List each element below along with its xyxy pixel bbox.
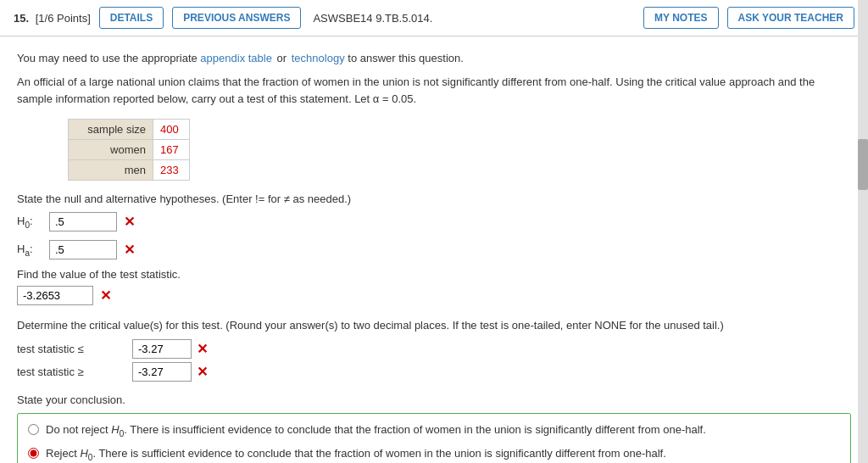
conclusion-option-2: Reject H0. There is sufficient evidence … [28,446,840,463]
appendix-link[interactable]: appendix table [200,52,272,64]
critical-less-input[interactable] [132,339,192,359]
conclusion-radio-1[interactable] [28,424,39,435]
table-row-women: women 167 [69,140,190,160]
h0-wrong-icon: ✕ [124,214,135,230]
critical-less-wrong-icon: ✕ [197,341,208,357]
question-number: 15. [1/6 Points] [14,12,91,25]
h0-input[interactable] [49,212,117,232]
technology-link[interactable]: technology [292,52,345,64]
main-content: You may need to use the appropriate appe… [0,36,868,463]
scrollbar[interactable] [858,0,868,463]
conclusion-radio-2[interactable] [28,448,39,459]
critical-less-row: test statistic ≤ ✕ [17,339,851,359]
table-row-men: men 233 [69,160,190,181]
table-label-sample-size: sample size [69,120,153,140]
data-table: sample size 400 women 167 men 233 [68,119,190,181]
table-row-sample-size: sample size 400 [69,120,190,140]
table-value-men: 233 [153,160,190,181]
h0-row: H0: ✕ [17,212,851,232]
conclusion-instruction: State your conclusion. [17,393,851,406]
test-statistic-input[interactable] [17,286,93,305]
critical-values-instruction: Determine the critical value(s) for this… [17,317,851,334]
ha-label: Ha: [17,243,42,258]
conclusion-box: Do not reject H0. There is insufficient … [17,413,851,463]
hypotheses-instruction: State the null and alternative hypothese… [17,192,851,205]
conclusion-text-1: Do not reject H0. There is insufficient … [46,422,706,440]
question-num-text: 15. [14,12,29,25]
page-header: 15. [1/6 Points] DETAILS PREVIOUS ANSWER… [0,0,868,36]
ha-row: Ha: ✕ [17,240,851,259]
intro-text2: or [277,52,287,64]
critical-greater-label: test statistic ≥ [17,365,127,378]
ask-teacher-button[interactable]: ASK YOUR TEACHER [727,7,854,29]
test-statistic-row: ✕ [17,286,851,305]
table-value-women: 167 [153,140,190,160]
intro-text3: to answer this question. [348,52,464,64]
conclusion-option-1: Do not reject H0. There is insufficient … [28,422,840,440]
details-button[interactable]: DETAILS [99,7,164,29]
test-statistic-wrong-icon: ✕ [100,287,111,304]
table-label-women: women [69,140,153,160]
my-notes-button[interactable]: MY NOTES [643,7,718,29]
problem-text: An official of a large national union cl… [17,74,851,109]
h0-label: H0: [17,215,42,230]
ha-input[interactable] [49,240,117,259]
find-statistic-instruction: Find the value of the test statistic. [17,268,851,281]
intro-paragraph: You may need to use the appropriate appe… [17,50,851,67]
conclusion-text-2: Reject H0. There is sufficient evidence … [46,446,666,463]
intro-text1: You may need to use the appropriate [17,52,198,64]
critical-greater-row: test statistic ≥ ✕ [17,362,851,382]
scrollbar-thumb[interactable] [858,139,868,190]
previous-answers-button[interactable]: PREVIOUS ANSWERS [172,7,301,29]
points-text: [1/6 Points] [36,12,91,25]
ha-wrong-icon: ✕ [124,242,135,258]
table-value-sample-size: 400 [153,120,190,140]
assignment-code: ASWSBE14 9.TB.5.014. [313,12,432,25]
critical-greater-input[interactable] [132,362,192,382]
table-label-men: men [69,160,153,181]
critical-greater-wrong-icon: ✕ [197,364,208,380]
critical-less-label: test statistic ≤ [17,343,127,355]
